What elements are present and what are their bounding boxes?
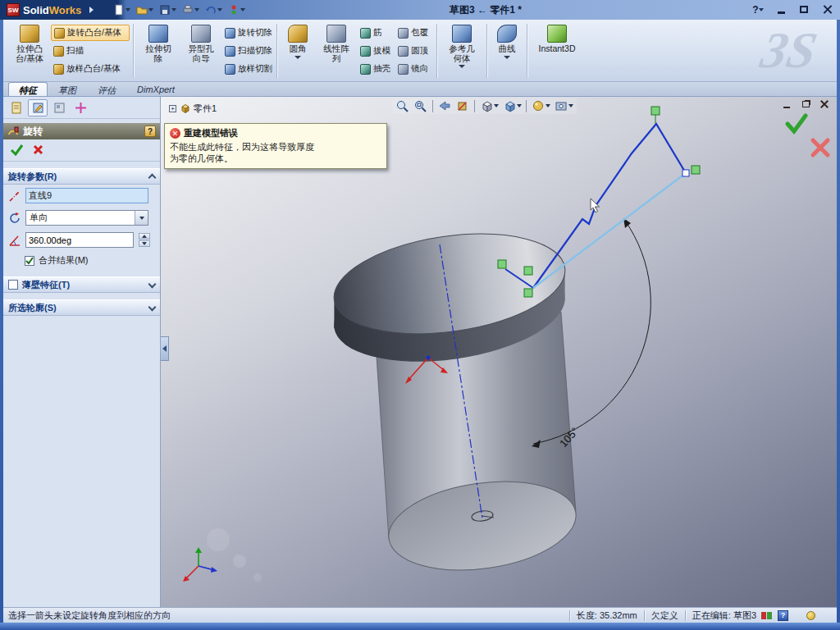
revolve-boss-button[interactable]: 旋转凸台/基体: [51, 25, 130, 41]
axis-selection-field[interactable]: 直线9: [25, 188, 148, 203]
tree-expander[interactable]: +: [169, 105, 176, 112]
tab-features[interactable]: 特征: [8, 82, 48, 96]
section-view-button[interactable]: [454, 98, 471, 113]
previous-view-button[interactable]: [436, 98, 453, 113]
close-icon: [823, 5, 832, 14]
doc-restore-button[interactable]: [798, 98, 813, 110]
revolve-cut-button[interactable]: 旋转切除: [222, 25, 273, 41]
thin-feature-checkbox[interactable]: [8, 280, 18, 290]
minimize-button[interactable]: [773, 2, 789, 16]
doc-close-button[interactable]: [817, 98, 832, 110]
cut-group: 旋转切除 扫描切除 放样切割: [222, 25, 273, 77]
revolve-boss-label: 旋转凸台/基体: [67, 27, 121, 39]
shell-button[interactable]: 抽壳: [358, 61, 395, 77]
tab-evaluate[interactable]: 评估: [87, 82, 126, 96]
sweep-cut-button[interactable]: 扫描切除: [222, 43, 273, 59]
tab-dimxpert[interactable]: DimXpert: [126, 82, 185, 96]
status-definition-state: 欠定义: [649, 609, 681, 622]
confirm-cancel-button[interactable]: [809, 136, 832, 161]
feature-manager-tab[interactable]: [7, 99, 26, 116]
expand-chevron-icon[interactable]: [148, 303, 157, 311]
angle-row: [3, 229, 160, 251]
dimxpert-manager-tab[interactable]: [71, 99, 90, 116]
dome-icon: [398, 46, 409, 57]
panel-collapse-handle[interactable]: [161, 336, 169, 361]
revolve-cut-icon: [225, 28, 235, 39]
dropdown-arrow-icon[interactable]: [294, 56, 301, 59]
tags-icon[interactable]: [806, 611, 815, 620]
linear-pattern-button[interactable]: 线性阵 列: [315, 22, 358, 80]
fillet-button[interactable]: 圆角: [281, 22, 315, 80]
maximize-button[interactable]: [796, 2, 812, 16]
undo-button[interactable]: [203, 3, 224, 16]
direction-dropdown[interactable]: 单向: [25, 210, 148, 226]
view-orientation-button[interactable]: [478, 98, 500, 113]
open-document-button[interactable]: [135, 3, 155, 16]
property-manager-title: 旋转: [23, 125, 140, 139]
close-button[interactable]: [819, 2, 835, 16]
collapse-chevron-icon[interactable]: [148, 174, 157, 182]
thin-feature-section[interactable]: 薄壁特征(T): [3, 276, 160, 293]
property-manager-tab[interactable]: [28, 99, 48, 116]
sweep-button[interactable]: 扫描: [51, 43, 130, 59]
spin-up-button[interactable]: [139, 233, 150, 240]
ok-button[interactable]: [10, 144, 24, 158]
merge-result-checkbox[interactable]: [25, 256, 34, 266]
menu-expand-icon[interactable]: [89, 7, 94, 13]
tree-root-label[interactable]: 零件1: [194, 103, 217, 115]
ribbon-separator: [527, 24, 527, 78]
thin-feature-label: 薄壁特征(T): [22, 279, 70, 291]
print-button[interactable]: [180, 3, 201, 16]
wrap-button[interactable]: 包覆: [395, 25, 433, 41]
quick-access-toolbar: [112, 3, 247, 16]
property-manager-header: 旋转 ?: [3, 123, 160, 139]
hole-wizard-button[interactable]: 异型孔 向导: [180, 22, 222, 80]
edit-appearance-button[interactable]: [530, 98, 551, 113]
solidworks-window: SW SolidWorks 草图3 ← 零件1 * ? 拉伸凸 台/基体 旋转凸…: [0, 0, 840, 630]
loft-cut-button[interactable]: 放样切割: [222, 61, 273, 77]
curves-label: 曲线: [499, 44, 516, 54]
dropdown-button[interactable]: [135, 211, 148, 225]
dimxpert-manager-icon: [75, 102, 87, 114]
configuration-manager-tab[interactable]: [49, 99, 69, 116]
doc-minimize-button[interactable]: [779, 98, 794, 110]
zoom-fit-button[interactable]: [395, 98, 411, 113]
curves-button[interactable]: 曲线: [491, 22, 523, 80]
rebuild-button[interactable]: [226, 3, 247, 16]
reference-geometry-button[interactable]: 参考几 何体: [441, 22, 483, 80]
quick-tips-button[interactable]: ?: [778, 610, 788, 621]
wrap-label: 包覆: [411, 27, 428, 39]
dropdown-arrow-icon[interactable]: [459, 65, 465, 68]
display-style-button[interactable]: [501, 98, 523, 113]
angle-input[interactable]: [25, 232, 134, 248]
model-scene[interactable]: 105°: [161, 97, 837, 607]
shell-icon: [360, 64, 371, 75]
extrude-cut-button[interactable]: 拉伸切 除: [137, 22, 180, 80]
cancel-button[interactable]: [32, 144, 44, 158]
selected-contours-section[interactable]: 所选轮廓(S): [3, 299, 160, 316]
new-document-button[interactable]: [112, 3, 132, 16]
rib-button[interactable]: 筋: [358, 25, 395, 41]
help-button[interactable]: ?: [750, 2, 766, 16]
save-icon: [159, 4, 171, 16]
tab-sketch[interactable]: 草图: [48, 82, 87, 96]
wrap-group: 包覆 圆顶 镜向: [395, 25, 433, 77]
dome-button[interactable]: 圆顶: [395, 43, 433, 59]
draft-button[interactable]: 拔模: [358, 43, 395, 59]
expand-chevron-icon[interactable]: [148, 280, 157, 288]
panel-help-button[interactable]: ?: [144, 126, 156, 137]
graphics-area[interactable]: 105°: [161, 97, 837, 607]
new-document-icon: [113, 4, 125, 16]
loft-boss-button[interactable]: 放样凸台/基体: [51, 61, 130, 77]
confirm-ok-button[interactable]: [784, 112, 809, 136]
spin-down-button[interactable]: [139, 240, 150, 247]
save-button[interactable]: [158, 3, 178, 16]
revolve-parameters-section[interactable]: 旋转参数(R): [3, 168, 160, 185]
extrude-boss-button[interactable]: 拉伸凸 台/基体: [8, 22, 51, 80]
dropdown-arrow-icon[interactable]: [504, 56, 510, 59]
mirror-button[interactable]: 镜向: [395, 61, 433, 77]
zoom-area-button[interactable]: [413, 98, 429, 113]
instant3d-button[interactable]: Instant3D: [531, 22, 583, 80]
scene-settings-button[interactable]: [553, 98, 574, 113]
selected-axis-line[interactable]: [533, 173, 686, 288]
